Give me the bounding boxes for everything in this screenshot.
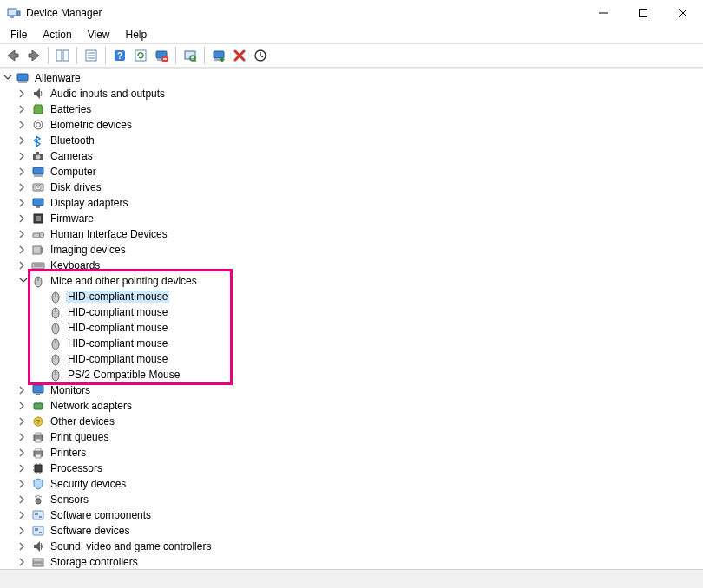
- chevron-right-icon[interactable]: [17, 212, 30, 225]
- tree-category-23[interactable]: Sound, video and game controllers: [0, 539, 703, 554]
- menu-action[interactable]: Action: [36, 27, 78, 42]
- hid-icon: [31, 227, 45, 241]
- maximize-button[interactable]: [623, 0, 663, 26]
- menu-file[interactable]: File: [3, 27, 34, 42]
- tree-category-17[interactable]: Printers: [0, 445, 703, 461]
- tree-category-19[interactable]: Security devices: [0, 476, 703, 492]
- firmware-icon: [31, 212, 45, 225]
- minimize-button[interactable]: [583, 0, 623, 26]
- tree-root[interactable]: Alienware: [0, 70, 703, 86]
- chevron-right-icon[interactable]: [17, 447, 30, 459]
- tree-category-20[interactable]: Sensors: [0, 492, 703, 507]
- delete-button[interactable]: [230, 46, 249, 65]
- properties-button[interactable]: [82, 46, 101, 65]
- chevron-right-icon[interactable]: [17, 493, 30, 506]
- tree-label: Batteries: [49, 103, 93, 115]
- chevron-down-icon[interactable]: [2, 72, 14, 84]
- tree-category-22[interactable]: Software devices: [0, 523, 703, 539]
- chevron-right-icon[interactable]: [17, 259, 30, 271]
- menu-view[interactable]: View: [81, 27, 117, 42]
- tree-label: Bluetooth: [49, 134, 96, 147]
- tree-category-21[interactable]: Software components: [0, 507, 703, 523]
- chevron-right-icon[interactable]: [17, 462, 30, 474]
- chevron-right-icon[interactable]: [17, 509, 30, 521]
- tree-category-18[interactable]: Processors: [0, 461, 703, 476]
- tree-category-12[interactable]: Mice and other pointing devices: [0, 273, 703, 289]
- tree-label: HID-compliant mouse: [66, 291, 169, 303]
- tree-device-12-1[interactable]: HID-compliant mouse: [0, 304, 703, 320]
- svg-rect-72: [640, 10, 647, 17]
- device-tree[interactable]: AlienwareAudio inputs and outputsBatteri…: [0, 69, 703, 569]
- other-icon: [31, 415, 45, 428]
- tree-label: Biometric devices: [49, 119, 134, 131]
- storage-icon: [31, 555, 45, 569]
- add-hardware-button[interactable]: [209, 46, 228, 65]
- chevron-right-icon[interactable]: [17, 197, 30, 209]
- chevron-right-icon[interactable]: [17, 415, 30, 428]
- chevron-right-icon[interactable]: [17, 228, 30, 240]
- uninstall-device-button[interactable]: [152, 46, 171, 65]
- tree-category-10[interactable]: Imaging devices: [0, 242, 703, 258]
- chevron-right-icon[interactable]: [17, 540, 30, 552]
- back-button[interactable]: [3, 46, 23, 65]
- chevron-right-icon[interactable]: [17, 556, 30, 568]
- chevron-right-icon[interactable]: [17, 119, 30, 131]
- tree-toggle-empty: [35, 291, 47, 303]
- tree-category-13[interactable]: Monitors: [0, 382, 703, 398]
- chevron-right-icon[interactable]: [17, 478, 30, 490]
- softcomp-icon: [31, 508, 45, 522]
- tree-category-6[interactable]: Disk drives: [0, 180, 703, 195]
- tree-category-14[interactable]: Network adapters: [0, 398, 703, 414]
- tree-device-12-0[interactable]: HID-compliant mouse: [0, 289, 703, 304]
- tree-category-2[interactable]: Biometric devices: [0, 117, 703, 133]
- tree-category-4[interactable]: Cameras: [0, 148, 703, 164]
- update-driver-button[interactable]: [131, 46, 150, 65]
- chevron-right-icon[interactable]: [17, 150, 30, 162]
- tree-category-1[interactable]: Batteries: [0, 101, 703, 117]
- tree-category-15[interactable]: Other devices: [0, 414, 703, 429]
- tree-device-12-4[interactable]: HID-compliant mouse: [0, 351, 703, 367]
- chevron-right-icon[interactable]: [17, 103, 30, 115]
- chevron-right-icon[interactable]: [17, 400, 30, 412]
- tree-label: Alienware: [33, 72, 82, 84]
- tree-category-7[interactable]: Display adapters: [0, 195, 703, 211]
- chevron-right-icon[interactable]: [17, 88, 30, 100]
- tree-category-9[interactable]: Human Interface Devices: [0, 226, 703, 242]
- chevron-down-icon[interactable]: [17, 275, 30, 287]
- chevron-right-icon[interactable]: [17, 244, 30, 256]
- menu-help[interactable]: Help: [119, 27, 154, 42]
- chevron-right-icon[interactable]: [17, 384, 30, 396]
- chevron-right-icon[interactable]: [17, 166, 30, 178]
- tree-category-16[interactable]: Print queues: [0, 429, 703, 445]
- tree-category-3[interactable]: Bluetooth: [0, 133, 703, 148]
- disk-icon: [31, 180, 45, 194]
- disable-device-button[interactable]: [251, 46, 270, 65]
- tree-category-0[interactable]: Audio inputs and outputs: [0, 86, 703, 101]
- help-button[interactable]: [110, 46, 129, 65]
- tree-label: Disk drives: [49, 181, 103, 193]
- show-hide-tree-button[interactable]: [53, 46, 72, 65]
- tree-category-11[interactable]: Keyboards: [0, 258, 703, 273]
- mouse-icon: [49, 352, 62, 366]
- tree-category-5[interactable]: Computer: [0, 164, 703, 180]
- tree-device-12-2[interactable]: HID-compliant mouse: [0, 320, 703, 336]
- titlebar: Device Manager: [0, 0, 703, 26]
- forward-button[interactable]: [24, 46, 43, 65]
- tree-category-8[interactable]: Firmware: [0, 211, 703, 226]
- mouse-icon: [49, 368, 62, 382]
- tree-label: Audio inputs and outputs: [49, 88, 167, 100]
- tree-label: Imaging devices: [49, 244, 128, 256]
- scan-hardware-button[interactable]: [181, 46, 200, 65]
- mouse-icon: [49, 336, 62, 350]
- chevron-right-icon[interactable]: [17, 431, 30, 443]
- close-button[interactable]: [663, 0, 703, 26]
- tree-label: Other devices: [49, 415, 116, 428]
- tree-category-24[interactable]: Storage controllers: [0, 554, 703, 569]
- tree-device-12-3[interactable]: HID-compliant mouse: [0, 336, 703, 351]
- printqueue-icon: [31, 430, 45, 444]
- chevron-right-icon[interactable]: [17, 525, 30, 537]
- chevron-right-icon[interactable]: [17, 181, 30, 193]
- tree-device-12-5[interactable]: PS/2 Compatible Mouse: [0, 367, 703, 382]
- chevron-right-icon[interactable]: [17, 134, 30, 147]
- tree-label: Monitors: [49, 384, 92, 396]
